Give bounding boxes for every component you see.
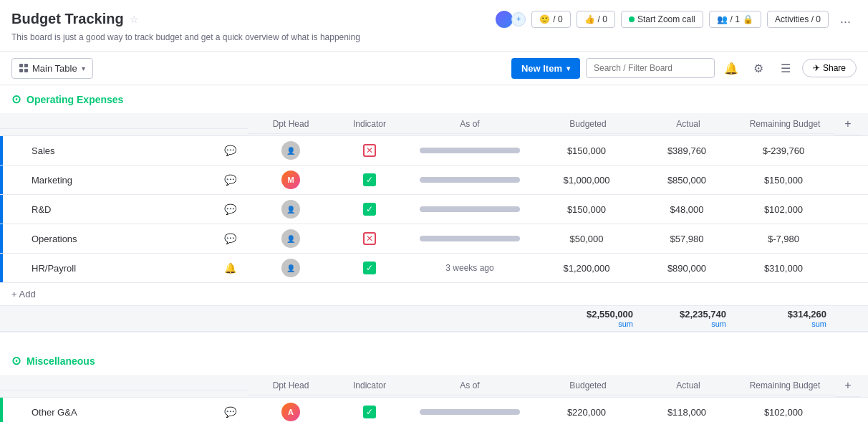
comment-cell-marketing[interactable]: 💬: [212, 166, 248, 194]
zoom-call-button[interactable]: Start Zoom call: [621, 11, 703, 28]
dpthead-cell-sales[interactable]: 👤: [248, 136, 334, 165]
group-toggle-misc[interactable]: ⊙: [11, 354, 21, 368]
indicator-green-icon: ✓: [363, 406, 376, 418]
table-chevron-icon: ▾: [82, 64, 85, 72]
add-row-operating[interactable]: + Add: [0, 283, 868, 305]
table-label: Main Table: [32, 63, 77, 74]
group-name-operating: Operating Expenses: [26, 94, 123, 105]
progress-bar: [420, 236, 520, 241]
indicator-green-icon: ✓: [363, 203, 376, 216]
row-color-bar: [0, 398, 3, 422]
remaining-cell-othergna: $102,000: [735, 398, 835, 422]
asof-cell-operations[interactable]: [405, 224, 534, 253]
reaction-icon: 🙂: [539, 14, 550, 24]
indicator-green-icon: ✓: [363, 173, 376, 186]
members-button[interactable]: 👥 / 1 🔒: [709, 11, 761, 28]
asof-cell-othergna[interactable]: [405, 398, 534, 422]
indicator-cell-othergna[interactable]: ✓: [334, 398, 405, 422]
indicator-cell-hrpayroll[interactable]: ✓: [334, 254, 405, 282]
group-spacer: [0, 332, 868, 347]
main-content: ⊙ Operating Expenses Dpt Head Indicator …: [0, 85, 868, 422]
comment-icon: 🔔: [224, 262, 236, 274]
thumbs-button[interactable]: 👍 / 0: [577, 11, 615, 28]
row-action-rd: [835, 195, 861, 224]
comment-cell-sales[interactable]: 💬: [212, 136, 248, 165]
col-header-add-misc[interactable]: +: [835, 375, 861, 397]
col-header-indicator-misc: Indicator: [334, 376, 405, 395]
col-header-color-misc: [0, 381, 26, 390]
zoom-status-dot: [629, 16, 635, 22]
comment-cell-hrpayroll[interactable]: 🔔: [212, 254, 248, 282]
asof-cell-rd[interactable]: [405, 195, 534, 224]
row-color-bar: [0, 224, 3, 253]
dpthead-cell-operations[interactable]: 👤: [248, 224, 334, 253]
comment-cell-othergna[interactable]: 💬: [212, 398, 248, 422]
actual-cell-operations: $57,980: [642, 224, 735, 253]
row-name-hrpayroll[interactable]: HR/Payroll: [26, 254, 212, 282]
budgeted-cell-othergna: $220,000: [534, 398, 642, 422]
remaining-cell-sales: $-239,760: [735, 136, 835, 165]
asof-cell-marketing[interactable]: [405, 166, 534, 194]
col-header-color: [0, 120, 26, 129]
col-header-remaining: Remaining Budget: [735, 115, 835, 134]
table-grid-icon: [19, 64, 28, 72]
avatar-person-icon: 👤: [281, 259, 300, 277]
star-icon[interactable]: ☆: [130, 14, 139, 25]
group-name-misc: Miscellaneous: [26, 355, 95, 367]
share-icon: ✈: [813, 63, 820, 73]
asof-cell-sales[interactable]: [405, 136, 534, 165]
row-name-othergna[interactable]: Other G&A: [26, 398, 212, 422]
row-action-sales: [835, 136, 861, 165]
actual-cell-othergna: $118,000: [642, 398, 735, 422]
sum-spacer-2: [26, 306, 212, 331]
filter-button[interactable]: ☰: [775, 57, 796, 79]
page-header: Budget Tracking ☆ + 🙂 / 0 👍 / 0 Start Zo…: [0, 0, 868, 52]
actual-cell-marketing: $850,000: [642, 166, 735, 194]
col-header-dpthead-misc: Dpt Head: [248, 376, 334, 395]
row-name-marketing[interactable]: Marketing: [26, 166, 212, 194]
reactions-button[interactable]: 🙂 / 0: [531, 11, 570, 28]
settings-icon-button[interactable]: ⚙: [748, 57, 769, 79]
indicator-cell-marketing[interactable]: ✓: [334, 166, 405, 194]
reactions-count: / 0: [553, 14, 562, 24]
row-name-rd[interactable]: R&D: [26, 195, 212, 224]
col-header-add[interactable]: +: [835, 113, 861, 135]
dpthead-cell-othergna[interactable]: A: [248, 398, 334, 422]
more-options-button[interactable]: ...: [834, 9, 857, 29]
column-headers-misc: Dpt Head Indicator As of Budgeted Actual…: [0, 375, 868, 398]
toolbar-right: New Item ▾ 🔔 ⚙ ☰ ✈ Share: [511, 57, 857, 79]
row-name-operations[interactable]: Operations: [26, 224, 212, 253]
row-action-hrpayroll: [835, 254, 861, 282]
indicator-cell-rd[interactable]: ✓: [334, 195, 405, 224]
notifications-button[interactable]: 🔔: [720, 57, 742, 79]
new-item-button[interactable]: New Item ▾: [511, 58, 580, 79]
share-button[interactable]: ✈ Share: [802, 59, 857, 77]
indicator-cell-sales[interactable]: ✕: [334, 136, 405, 165]
budgeted-cell-operations: $50,000: [534, 224, 642, 253]
comment-cell-operations[interactable]: 💬: [212, 224, 248, 253]
dpthead-cell-rd[interactable]: 👤: [248, 195, 334, 224]
row-color-bar: [0, 195, 3, 224]
table-row: Operations 💬 👤 ✕ $50,000 $57,980 $-7,980: [0, 224, 868, 254]
search-input[interactable]: [586, 58, 715, 78]
row-action-othergna: [835, 398, 861, 422]
comment-cell-rd[interactable]: 💬: [212, 195, 248, 224]
avatar-notification[interactable]: +: [511, 12, 526, 27]
progress-bar: [420, 148, 520, 153]
avatar-photo: A: [281, 403, 300, 421]
indicator-red-icon: ✕: [363, 144, 376, 157]
sum-row-operating: $2,550,000 sum $2,235,740 sum $314,260 s…: [0, 305, 868, 332]
indicator-cell-operations[interactable]: ✕: [334, 224, 405, 253]
row-name-sales[interactable]: Sales: [26, 136, 212, 165]
group-toggle-operating[interactable]: ⊙: [11, 92, 21, 106]
activities-button[interactable]: Activities / 0: [767, 11, 829, 28]
actual-cell-rd: $48,000: [642, 195, 735, 224]
col-header-name-misc: [26, 381, 212, 390]
sum-spacer-5: [334, 306, 405, 331]
dpthead-cell-marketing[interactable]: M: [248, 166, 334, 194]
budgeted-cell-rd: $150,000: [534, 195, 642, 224]
dpthead-cell-hrpayroll[interactable]: 👤: [248, 254, 334, 282]
main-table-button[interactable]: Main Table ▾: [11, 58, 93, 79]
col-header-asof-misc: As of: [405, 376, 534, 395]
table-row: Marketing 💬 M ✓ $1,000,000 $850,000 $150…: [0, 166, 868, 195]
